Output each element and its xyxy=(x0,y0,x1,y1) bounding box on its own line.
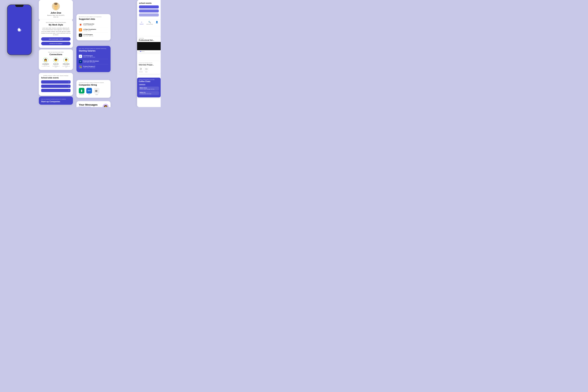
connection-adrien[interactable]: 👨 Adrien Dubois NYU '16 Lead UX Designer… xyxy=(62,58,70,68)
nav-profile[interactable]: 👤 xyxy=(156,21,158,25)
interview-label: sources for interview prep lol xyxy=(139,62,159,64)
suggested-jobs-card: jobs that fit your given skillset / yrs … xyxy=(76,14,110,40)
connection-avatar-lucia: 👩 xyxy=(43,58,48,63)
profile-name: John Doe xyxy=(41,12,70,14)
videos-label: videos xyxy=(144,72,148,72)
interview-documents[interactable]: documents xyxy=(139,67,143,72)
company-logo-mongodb xyxy=(79,88,84,94)
dot-4 xyxy=(143,51,144,52)
salaries-card: base, stock, and bonus salaries for nego… xyxy=(76,46,110,72)
dot-3 xyxy=(142,51,143,52)
coffee-person-walter[interactable]: Walter Green Former Project Manager @ Me… xyxy=(139,86,159,90)
company-ibm[interactable]: IBM IBM xyxy=(86,88,92,95)
salary-icon-google: G xyxy=(79,55,82,58)
network-bar-3[interactable] xyxy=(139,14,159,16)
connection-lucia[interactable]: 👩 Lucia Ramirez NYU '18 UX Engineer @ Ap… xyxy=(41,58,50,68)
nav-network[interactable]: ⌂ Network xyxy=(140,21,144,25)
company-name-apple: Apple xyxy=(94,94,100,95)
interview-resources: documents videos xyxy=(139,67,159,72)
work-style-card: UI/UX Designer / Recent Grad Student My … xyxy=(39,20,73,48)
coffee-role-walter: Former Project Manager @ Meta xyxy=(140,88,158,90)
recent-post-button[interactable]: most recent post / work? xyxy=(41,37,70,41)
profile-card: John Doe Based in New York City (EST) NY… xyxy=(39,0,73,20)
company-logo-apple xyxy=(94,88,100,94)
job-item-ux-researcher[interactable]: 🍎 L3 UX Researcher Seattle, Washington xyxy=(79,22,108,27)
profile-avatar xyxy=(52,2,60,10)
salary-icon-paypal: P xyxy=(79,60,82,63)
events-bars: ↗ ↗ ↗ xyxy=(41,80,70,92)
event-share-icon-1: ↗ xyxy=(68,81,70,83)
profile-icon: 👤 xyxy=(156,21,158,24)
companies-card: companies who have a history of hiring N… xyxy=(76,80,110,98)
interview-videos[interactable]: videos xyxy=(144,67,148,72)
connection-role-junho: Project Manager @ AMCP xyxy=(52,66,60,68)
salary-role-ux-designer: L3 UX Designer xyxy=(83,55,95,56)
jobs-title: Suggested Jobs xyxy=(79,18,108,20)
professional-net-card: networking Professional Net... xyxy=(137,36,161,52)
nav-job[interactable]: 🔍 Job/Internship xyxy=(146,21,153,25)
interview-title: Interview Prepar... xyxy=(139,64,159,66)
startup-subtitle: start-up companies founded by former NYU… xyxy=(41,98,70,100)
event-share-icon-3: ↗ xyxy=(68,90,70,92)
network-bar-2[interactable] xyxy=(139,10,159,12)
companies-subtitle: companies who have a history of hiring N… xyxy=(79,82,108,83)
event-share-icon-2: ↗ xyxy=(68,86,70,87)
network-header: school events xyxy=(137,0,161,18)
coffee-person-nathan[interactable]: Nathan Xu UX Researcher @ Google xyxy=(139,91,159,95)
documents-label: documents xyxy=(139,72,143,72)
startup-title: Start-up Companies xyxy=(41,100,70,103)
videos-icon xyxy=(144,67,148,71)
network-bar-1[interactable] xyxy=(139,6,159,8)
job-icon-shopify: S xyxy=(79,28,82,32)
connection-name-adrien: Adrien Dubois xyxy=(62,64,70,64)
svg-point-5 xyxy=(56,5,57,6)
jobs-subtitle: jobs that fit your given skillset / yrs … xyxy=(79,16,108,18)
company-logo-ibm: IBM xyxy=(86,88,92,94)
coffee-label: verified professionals in your field xyxy=(139,79,159,80)
job-title-data-viz: L2 Data Visualization xyxy=(83,28,96,30)
salary-item-product-designer[interactable]: Product Designer II 135K | 13K | 10K (US… xyxy=(79,64,108,70)
nav-job-label: Job/Internship xyxy=(146,24,153,25)
job-item-data-viz[interactable]: S L2 Data Visualization Chicago, Illinoi… xyxy=(79,27,108,32)
company-mongodb[interactable]: MongoDB xyxy=(79,88,84,95)
profile-school-year: NYU '23 xyxy=(41,16,70,18)
company-apple[interactable]: Apple xyxy=(94,88,100,95)
connections-subtitle: how we may know each other xyxy=(41,52,70,53)
coffee-title: Coffee Chats xyxy=(139,80,159,82)
job-title-ux-designer: L3 UX Designer xyxy=(83,34,93,35)
svg-rect-12 xyxy=(80,67,82,68)
connect-button[interactable]: connect w/ me button? xyxy=(41,42,70,45)
phone-notch xyxy=(15,5,24,7)
event-bar-3[interactable]: ↗ xyxy=(41,89,70,92)
job-location-data-viz: Chicago, Illinois xyxy=(83,30,96,31)
job-location-ux-researcher: Seattle, Washington xyxy=(83,25,94,26)
coffee-name-nathan: Nathan Xu xyxy=(140,92,158,93)
company-name-mongodb: MongoDB xyxy=(79,94,84,95)
event-bar-1[interactable]: ↗ xyxy=(41,80,70,84)
app-logo-icon xyxy=(16,26,23,33)
salary-item-ux-designer[interactable]: G L3 UX Designer 100K | 27K | 18K (USD) xyxy=(79,54,108,59)
connection-junho[interactable]: 🧒 Jun-ho Kim NYU '31 Project Manager @ A… xyxy=(52,58,60,68)
event-bar-2[interactable]: ↗ xyxy=(41,84,70,88)
connections-card: how we may know each other Connections 👩… xyxy=(39,50,73,70)
work-style-title: My Work Style xyxy=(41,24,70,26)
salary-item-frontend[interactable]: P Front-end Web Developer 110K | 40K | 1… xyxy=(79,59,108,64)
events-title: School-wide events xyxy=(41,77,70,79)
job-title-ux-researcher: L3 UX Researcher xyxy=(83,23,94,25)
prof-net-label: networking xyxy=(137,36,161,39)
coffee-name-walter: Walter Green xyxy=(140,87,158,88)
job-icon-bytedance: ▶ xyxy=(79,34,82,37)
dot-1 xyxy=(139,51,140,52)
connections-grid: 👩 Lucia Ramirez NYU '18 UX Engineer @ Ap… xyxy=(41,58,70,68)
svg-rect-9 xyxy=(80,66,80,67)
job-item-ux-designer[interactable]: ▶ L3 UX Designer New York, New York xyxy=(79,32,108,38)
school-events-label: school events xyxy=(139,2,159,4)
salary-range-ux-designer: 100K | 27K | 18K (USD) xyxy=(83,56,95,58)
company-name-ibm: IBM xyxy=(86,94,92,95)
companies-row: MongoDB IBM IBM Apple xyxy=(79,88,108,95)
prof-net-title: Professional Net... xyxy=(137,39,161,42)
connection-avatar-adrien: 👨 xyxy=(64,58,69,63)
connection-role-adrien: Lead UX Designer @ Meta xyxy=(62,66,70,68)
phone-mockup xyxy=(7,4,32,55)
messages-card: Your Messages 3 unread messages 2 new co… xyxy=(76,101,110,107)
